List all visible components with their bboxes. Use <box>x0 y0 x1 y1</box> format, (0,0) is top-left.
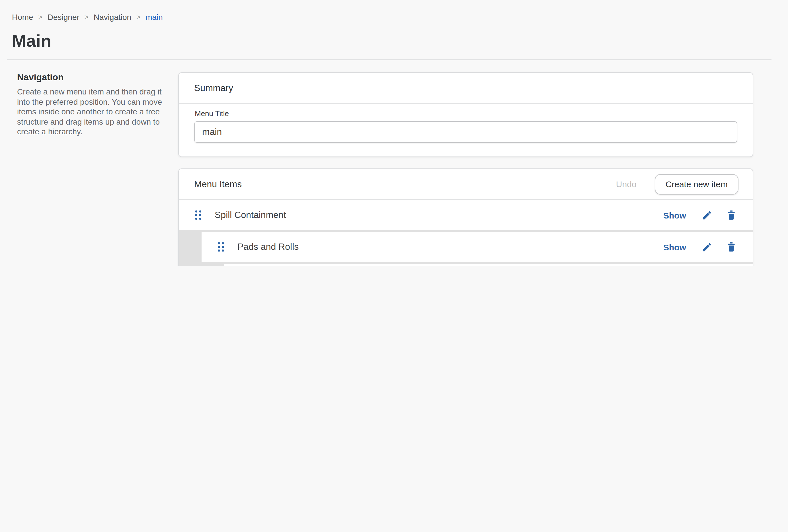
summary-card-title: Summary <box>194 83 233 93</box>
menu-items-card: Menu Items Undo Create new item Spill Co… <box>178 168 753 266</box>
menu-item-row: Spill Pads Show <box>224 264 753 266</box>
breadcrumb-navigation[interactable]: Navigation <box>94 13 131 22</box>
main-column: Summary Menu Title Menu Items Undo Creat… <box>178 60 753 266</box>
sidebar-info: Navigation Create a new menu item and th… <box>12 60 178 137</box>
undo-button[interactable]: Undo <box>616 179 636 189</box>
menu-item-row: Spill Containment Show <box>179 200 753 230</box>
menu-title-label: Menu Title <box>195 109 737 118</box>
pencil-icon <box>702 210 712 221</box>
breadcrumb-separator: > <box>136 13 140 21</box>
edit-button[interactable] <box>702 242 712 252</box>
drag-handle-icon[interactable] <box>195 210 202 220</box>
drag-handle-icon[interactable] <box>217 242 225 252</box>
breadcrumb-designer[interactable]: Designer <box>47 13 79 22</box>
breadcrumb-separator: > <box>38 13 42 21</box>
page: Home > Designer > Navigation > main Main… <box>0 0 788 266</box>
pencil-icon <box>702 242 712 252</box>
trash-icon <box>726 209 737 221</box>
sidebar-description: Create a new menu item and then drag it … <box>17 87 162 137</box>
menu-item-label: Spill Containment <box>215 210 286 220</box>
content: Navigation Create a new menu item and th… <box>0 60 788 266</box>
edit-button[interactable] <box>702 210 712 221</box>
page-title: Main <box>12 31 788 50</box>
summary-card-body: Menu Title <box>179 104 753 157</box>
breadcrumb-separator: > <box>84 13 88 21</box>
menu-item-row: Pads and Rolls Show <box>201 232 753 262</box>
trash-icon <box>726 241 737 253</box>
breadcrumb-current[interactable]: main <box>145 13 163 22</box>
show-link[interactable]: Show <box>663 242 686 252</box>
menu-items-tree: Spill Containment Show Pads and Rolls <box>179 200 753 266</box>
create-new-item-button[interactable]: Create new item <box>655 174 738 194</box>
breadcrumb: Home > Designer > Navigation > main <box>0 0 788 22</box>
sidebar-heading: Navigation <box>17 72 162 82</box>
menu-item-label: Pads and Rolls <box>237 242 299 252</box>
delete-button[interactable] <box>726 209 737 221</box>
menu-title-input[interactable] <box>194 121 737 143</box>
delete-button[interactable] <box>726 241 737 253</box>
menu-items-card-header: Menu Items Undo Create new item <box>179 169 753 199</box>
summary-card: Summary Menu Title <box>178 72 753 157</box>
show-link[interactable]: Show <box>663 210 686 220</box>
summary-card-header: Summary <box>179 73 753 103</box>
menu-items-card-title: Menu Items <box>194 179 242 189</box>
breadcrumb-home[interactable]: Home <box>12 13 33 22</box>
